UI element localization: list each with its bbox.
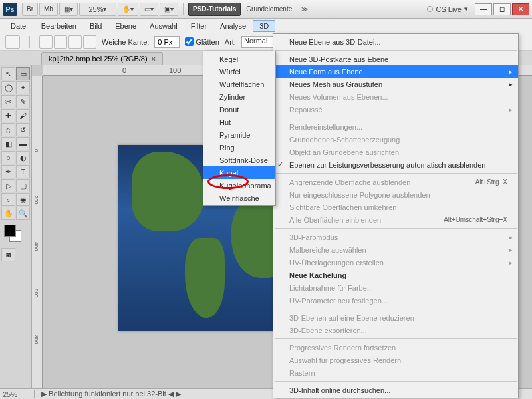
shape-tool[interactable]: ▢ [16,179,30,192]
menu-item: Alle Oberflächen einblendenAlt+Umschalt+… [273,213,518,226]
type-tool[interactable]: T [16,165,30,178]
miniBridge-button[interactable]: Mb [39,3,58,16]
menu-3d[interactable]: 3D [253,20,275,32]
maximize-button[interactable]: ◻ [493,3,511,15]
menu-item: Rendereinstellungen... [273,120,518,133]
style-label: Art: [225,38,236,46]
sel-add-icon[interactable] [54,35,67,49]
quickmask-tool[interactable]: ◙ [1,248,15,261]
submenu-item[interactable]: Würfel [203,65,275,78]
hand-tool[interactable]: ✋ [1,207,15,220]
status-zoom[interactable]: 25% [3,390,35,398]
history-brush-tool[interactable]: ↺ [16,123,30,136]
menu-item: Progressives Rendern fortsetzen [273,341,518,354]
close-tab-icon[interactable]: × [152,55,156,63]
menu-item: UV-Überlagerungen erstellen▸ [273,256,518,269]
menu-item[interactable]: Neue Form aus Ebene▸ [273,65,518,78]
menu-item: Objekt an Grundebene ausrichten [273,146,518,158]
stamp-tool[interactable]: ⎌ [1,123,15,136]
hand-tool-button[interactable]: ✋▾ [118,3,138,16]
submenu-item[interactable]: Softdrink-Dose [203,154,275,166]
submenu-item[interactable]: Würfelflächen [203,78,275,90]
menu-item: UV-Parameter neu festlegen... [273,294,518,307]
submenu-item[interactable]: Kugelpanorama [203,179,275,192]
submenu-item[interactable]: Zylinder [203,90,275,103]
menu-item: Auswahl für progressives Rendern [273,354,518,366]
feather-input[interactable] [154,36,180,48]
menu-item[interactable]: 3D-Inhalt online durchsuchen... [273,384,518,396]
workspace-psd-tutorials[interactable]: PSD-Tutorials [188,3,241,16]
3d-tool[interactable]: ⬨ [1,193,15,206]
document-tab[interactable]: kplj2th2.bmp bei 25% (RGB/8) × [41,52,163,65]
submenu-neue-form: KegelWürfelWürfelflächenZylinderDonutHut… [203,51,276,206]
menu-item: Repoussé▸ [273,103,518,116]
brush-tool[interactable]: 🖌 [16,109,30,122]
submenu-item[interactable]: Hut [203,116,275,128]
submenu-item[interactable]: Kugel [203,166,275,179]
menu-analyse[interactable]: Analyse [213,20,253,32]
gradient-tool[interactable]: ▬ [16,137,30,150]
eyedropper-tool[interactable]: ✎ [16,95,30,108]
foreground-color[interactable] [4,225,16,237]
3d-camera-tool[interactable]: ◉ [16,193,30,206]
pen-tool[interactable]: ✒ [1,165,15,178]
status-message: ▶ Belichtung funktioniert nur bei 32-Bit… [41,390,181,398]
menu-item[interactable]: Ebenen zur Leistungsverbesserung automat… [273,158,518,171]
cs-live[interactable]: CS Live ▾ [427,5,468,13]
view-extras-button[interactable]: ▦▾ [59,3,78,16]
lasso-tool[interactable]: ◯ [1,81,15,94]
submenu-item[interactable]: Kegel [203,53,275,65]
tool-palette: ↖▭ ◯✦ ✂✎ ✚🖌 ⎌↺ ◧▬ ○◐ ✒T ▷▢ ⬨◉ ✋🔍 ◙ [0,65,32,388]
menu-item: 3D-Ebenen auf eine Ebene reduzieren [273,311,518,324]
submenu-item[interactable]: Pyramide [203,128,275,141]
close-button[interactable]: ✕ [512,3,529,15]
menu-filter[interactable]: Filter [184,20,213,32]
heal-tool[interactable]: ✚ [1,109,15,122]
color-swatches[interactable] [1,225,30,245]
bridge-button[interactable]: Br [22,3,38,16]
antialias-checkbox[interactable]: Glätten [185,37,219,46]
menu-ebene[interactable]: Ebene [108,20,143,32]
zoom-select[interactable]: 25% ▾ [79,3,116,16]
crop-tool[interactable]: ✂ [1,95,15,108]
minimize-button[interactable]: — [475,3,492,15]
arrange-button[interactable]: ▭▾ [140,3,158,16]
sel-new-icon[interactable] [39,35,53,49]
blur-tool[interactable]: ○ [1,151,15,164]
titlebar: Ps Br Mb ▦▾ 25% ▾ ✋▾ ▭▾ ▣▾ PSD-Tutorials… [0,0,532,19]
sel-sub-icon[interactable] [68,35,82,49]
submenu-item[interactable]: Weinflasche [203,192,275,204]
workspace-more[interactable]: ≫ [297,3,312,16]
menubar: Datei Bearbeiten Bild Ebene Auswahl Filt… [0,19,532,33]
ruler-vertical: 0 200 400 600 800 [32,76,43,388]
menu-item: Nur eingeschlossene Polygone ausblenden [273,188,518,201]
menu-3d-dropdown: Neue Ebene aus 3D-Datei...Neue 3D-Postka… [273,33,519,398]
eraser-tool[interactable]: ◧ [1,137,15,150]
menu-item: Sichtbare Oberflächen umkehren [273,201,518,213]
dodge-tool[interactable]: ◐ [16,151,30,164]
menu-item: Neues Volumen aus Ebenen... [273,90,518,103]
menu-item: 3D-Farbmodus▸ [273,231,518,243]
feather-label: Weiche Kante: [102,38,149,46]
submenu-item[interactable]: Donut [203,103,275,116]
screenmode-button[interactable]: ▣▾ [160,3,178,16]
menu-item[interactable]: Neue Kachelung [273,269,518,281]
menu-item[interactable]: Neue 3D-Postkarte aus Ebene [273,53,518,65]
menu-bearbeiten[interactable]: Bearbeiten [35,20,83,32]
workspace-grundelemente[interactable]: Grundelemente [242,3,296,16]
menu-item[interactable]: Neues Mesh aus Graustufen▸ [273,78,518,90]
menu-datei[interactable]: Datei [4,20,35,32]
menu-item[interactable]: Neue Ebene aus 3D-Datei... [273,35,518,48]
menu-auswahl[interactable]: Auswahl [143,20,184,32]
sel-int-icon[interactable] [83,35,96,49]
tool-preset-icon[interactable] [5,35,20,49]
submenu-item[interactable]: Ring [203,141,275,154]
menu-item: Grundebenen-Schattenerzeugung [273,133,518,146]
path-select-tool[interactable]: ▷ [1,179,15,192]
app-logo: Ps [3,3,17,16]
menu-bild[interactable]: Bild [83,20,108,32]
zoom-tool[interactable]: 🔍 [16,207,30,220]
move-tool[interactable]: ↖ [1,67,15,80]
marquee-tool[interactable]: ▭ [16,67,30,80]
wand-tool[interactable]: ✦ [16,81,30,94]
